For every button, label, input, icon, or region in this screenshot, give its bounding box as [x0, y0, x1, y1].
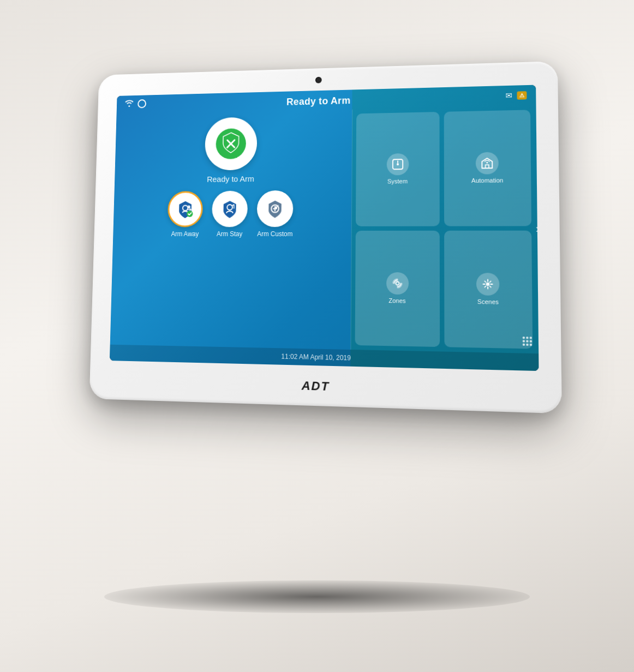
left-panel: Ready to Arm	[110, 110, 352, 350]
header-title: Ready to Arm	[286, 95, 351, 107]
svg-point-31	[530, 340, 532, 343]
svg-line-24	[485, 286, 486, 287]
screen-body: Ready to Arm	[110, 105, 539, 353]
grid-dots-button[interactable]	[522, 336, 533, 349]
arm-away-button[interactable]	[168, 191, 203, 227]
scene-wrapper: Ready to Arm ✉ ⚠	[0, 0, 634, 672]
nav-item-zones[interactable]: Zones	[355, 230, 440, 347]
automation-nav-icon	[476, 152, 499, 175]
header-left-icons	[124, 99, 146, 109]
arm-stay-icon	[220, 199, 240, 219]
grid-icon	[522, 336, 533, 346]
nav-arrow-icon[interactable]: ›	[536, 221, 539, 235]
alert-icon[interactable]: ⚠	[517, 91, 527, 100]
svg-point-16	[396, 281, 399, 285]
adt-logo: ADT	[302, 379, 330, 394]
svg-point-26	[523, 337, 525, 339]
arm-custom-button[interactable]	[257, 190, 294, 227]
ring-icon	[137, 99, 146, 108]
screen: Ready to Arm ✉ ⚠	[110, 85, 539, 371]
svg-line-25	[490, 281, 491, 282]
shield-icon	[216, 128, 246, 159]
arm-away-icon	[176, 199, 196, 219]
screen-bezel: Ready to Arm ✉ ⚠	[110, 85, 539, 371]
svg-point-33	[526, 344, 528, 346]
header-right-icons: ✉ ⚠	[505, 91, 527, 100]
svg-point-27	[526, 337, 528, 339]
zones-nav-icon	[386, 272, 409, 295]
svg-line-23	[490, 286, 491, 287]
system-nav-icon	[386, 153, 409, 175]
mail-icon[interactable]: ✉	[505, 91, 512, 100]
adt-device: Ready to Arm ✉ ⚠	[89, 61, 562, 413]
arm-stay-label: Arm Stay	[217, 230, 243, 238]
wifi-icon	[124, 100, 134, 109]
system-icon	[391, 158, 403, 170]
arm-custom-group[interactable]: Arm Custom	[257, 190, 294, 238]
svg-point-29	[523, 340, 525, 342]
zones-icon	[391, 277, 404, 290]
arm-away-label: Arm Away	[171, 230, 199, 238]
arm-custom-icon	[265, 199, 285, 219]
svg-point-28	[530, 337, 532, 339]
svg-point-13	[397, 163, 399, 165]
nav-item-scenes[interactable]: Scenes	[444, 230, 533, 349]
scenes-icon	[482, 278, 494, 290]
svg-point-34	[530, 344, 532, 346]
ready-arm-button[interactable]	[205, 117, 258, 170]
ready-to-arm-label: Ready to Arm	[207, 174, 254, 183]
zones-nav-label: Zones	[388, 297, 405, 304]
svg-point-30	[526, 340, 528, 342]
automation-nav-label: Automation	[471, 177, 503, 184]
nav-item-system[interactable]: System	[356, 112, 440, 226]
svg-point-15	[486, 162, 488, 164]
right-panel: System	[350, 105, 539, 353]
svg-point-17	[486, 283, 489, 286]
scenes-nav-icon	[476, 273, 500, 296]
svg-line-22	[485, 281, 486, 282]
arm-custom-label: Arm Custom	[257, 230, 292, 238]
time-text: 11:02 AM April 10, 2019	[281, 352, 351, 362]
scenes-nav-label: Scenes	[477, 298, 499, 305]
arm-stay-button[interactable]	[212, 191, 248, 227]
nav-item-automation[interactable]: Automation	[444, 110, 531, 226]
camera	[316, 78, 321, 82]
system-nav-label: System	[387, 178, 408, 184]
nav-grid: System	[355, 110, 533, 349]
arm-away-group[interactable]: Arm Away	[168, 191, 204, 238]
arm-stay-group[interactable]: Arm Stay	[212, 191, 248, 238]
svg-point-32	[523, 344, 525, 346]
device-shadow	[104, 580, 530, 613]
automation-icon	[481, 157, 493, 170]
arm-buttons-row: Arm Away	[168, 190, 294, 238]
